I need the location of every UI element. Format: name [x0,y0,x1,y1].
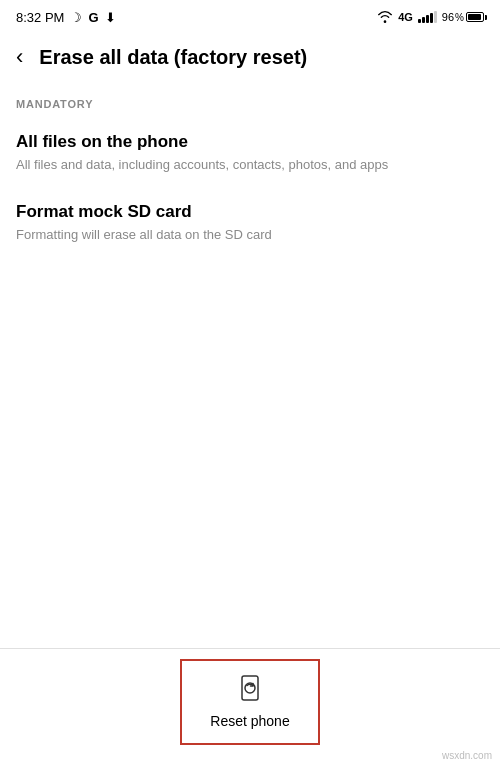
reset-phone-label: Reset phone [210,713,289,729]
battery-percent: 96 [442,11,454,23]
list-item-sdcard-subtitle: Formatting will erase all data on the SD… [16,226,484,244]
list-item-sdcard-title: Format mock SD card [16,202,484,222]
reset-phone-icon [237,675,263,707]
download-icon: ⬇ [105,10,116,25]
list-item-sdcard: Format mock SD card Formatting will eras… [0,188,500,258]
network-label: 4G [398,11,413,23]
list-item-files-title: All files on the phone [16,132,484,152]
list-item-files-subtitle: All files and data, including accounts, … [16,156,484,174]
list-item-files: All files on the phone All files and dat… [0,118,500,188]
google-icon: G [88,10,98,25]
back-button[interactable]: ‹ [16,44,23,70]
page-title: Erase all data (factory reset) [39,46,484,69]
status-right: 4G 96 % [377,11,484,23]
watermark: wsxdn.com [442,750,492,761]
wifi-icon [377,11,393,23]
battery-shape [466,12,484,22]
battery-icon: 96 % [442,11,484,23]
reset-phone-button[interactable]: Reset phone [180,659,320,745]
status-bar: 8:32 PM ☽ G ⬇ 4G 96 % [0,0,500,32]
moon-icon: ☽ [70,10,82,25]
header: ‹ Erase all data (factory reset) [0,32,500,82]
signal-bars [418,11,437,23]
status-left: 8:32 PM ☽ G ⬇ [16,10,116,25]
section-label: MANDATORY [0,82,500,118]
bottom-action-area: Reset phone [0,648,500,765]
status-time: 8:32 PM [16,10,64,25]
